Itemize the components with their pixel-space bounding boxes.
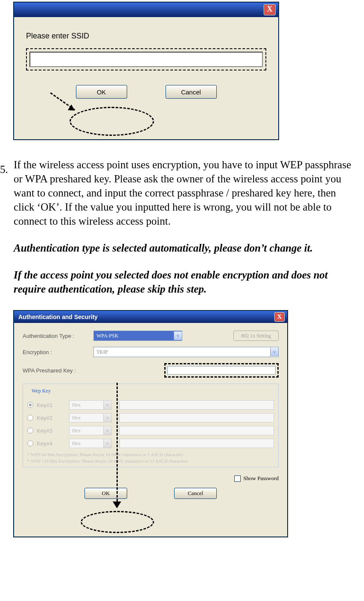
wep-format-select[interactable]: Hexv: [69, 426, 112, 435]
ssid-dialog-titlebar: X: [14, 3, 278, 17]
ok-highlight-oval: [70, 107, 154, 136]
wep-key-row: Key#4Hexv: [27, 439, 274, 448]
wep-key-row: Key#1Hexv: [27, 400, 274, 410]
auth-type-select[interactable]: WPA-PSK v: [93, 331, 182, 341]
wep-key-label: Key#1: [37, 402, 69, 408]
auth-security-dialog: Authentication and Security X Authentica…: [14, 311, 288, 537]
wep-format-value: Hex: [72, 415, 81, 421]
wep-key-radio[interactable]: [27, 415, 33, 421]
wep-key-group: Wep Key Key#1HexvKey#2HexvKey#3HexvKey#4…: [23, 384, 279, 467]
annotation-arrow-head: [113, 501, 121, 508]
8021x-setting-button[interactable]: 802.1x Setting: [233, 331, 279, 341]
ssid-prompt-label: Please enter SSID: [26, 32, 266, 41]
encryption-value: TKIP: [96, 349, 108, 355]
show-password-label: Show Password: [243, 475, 279, 482]
chevron-down-icon: v: [103, 426, 111, 435]
chevron-down-icon: v: [270, 348, 278, 356]
chevron-down-icon: v: [103, 413, 111, 422]
auth-type-value: WPA-PSK: [96, 333, 119, 339]
wep-format-select[interactable]: Hexv: [69, 439, 112, 448]
ok-highlight-oval: [81, 511, 154, 533]
auth-auto-note: Authentication type is selected automati…: [14, 241, 359, 255]
cancel-button[interactable]: Cancel: [174, 488, 217, 499]
psk-label: WPA Preshared Key :: [23, 367, 93, 374]
wep-format-select[interactable]: Hexv: [69, 400, 112, 410]
wep-key-legend: Wep Key: [30, 388, 52, 394]
wep-hint-1: * WEP 64 Bits Encryption: Please Keyin 1…: [27, 451, 274, 458]
psk-input-highlight: [164, 363, 279, 378]
wep-format-value: Hex: [72, 402, 81, 408]
auth-type-label: Authentication Type :: [23, 333, 93, 339]
auth-dialog-titlebar: Authentication and Security X: [14, 311, 287, 323]
wep-key-radio[interactable]: [27, 440, 33, 446]
step-paragraph: If the wireless access point uses encryp…: [14, 158, 359, 228]
auth-dialog-title: Authentication and Security: [18, 314, 98, 320]
show-password-checkbox[interactable]: [234, 475, 241, 482]
list-number: 5.: [0, 164, 8, 176]
wep-key-row: Key#2Hexv: [27, 413, 274, 422]
close-icon[interactable]: X: [264, 4, 276, 15]
chevron-down-icon: v: [174, 331, 182, 340]
wep-format-select[interactable]: Hexv: [69, 413, 112, 422]
encryption-label: Encryption :: [23, 349, 93, 355]
ssid-dialog: X Please enter SSID OK Cancel: [14, 2, 279, 140]
wep-key-radio[interactable]: [27, 428, 33, 434]
wep-key-input[interactable]: [119, 400, 274, 410]
wep-key-radio[interactable]: [27, 402, 33, 408]
wep-key-label: Key#2: [37, 415, 69, 421]
ssid-input[interactable]: [29, 52, 263, 67]
close-icon[interactable]: X: [274, 312, 285, 322]
wep-key-input[interactable]: [119, 426, 274, 435]
wep-key-input[interactable]: [119, 413, 274, 422]
wep-key-label: Key#4: [37, 440, 69, 447]
chevron-down-icon: v: [103, 439, 111, 448]
wep-format-value: Hex: [72, 440, 81, 447]
skip-step-note: If the access point you selected does no…: [14, 268, 359, 296]
wep-hint-2: * WEP 128 Bits Encryption: Please Keyin …: [27, 458, 274, 464]
chevron-down-icon: v: [103, 401, 111, 409]
psk-input[interactable]: [167, 366, 276, 375]
ok-button[interactable]: OK: [76, 85, 127, 99]
ok-button[interactable]: OK: [84, 488, 127, 499]
ssid-input-highlight: [26, 48, 266, 70]
wep-key-row: Key#3Hexv: [27, 426, 274, 435]
wep-format-value: Hex: [72, 428, 81, 434]
cancel-button[interactable]: Cancel: [166, 85, 217, 99]
wep-key-label: Key#3: [37, 428, 69, 434]
wep-key-input[interactable]: [119, 439, 274, 448]
encryption-select[interactable]: TKIP v: [93, 347, 279, 357]
